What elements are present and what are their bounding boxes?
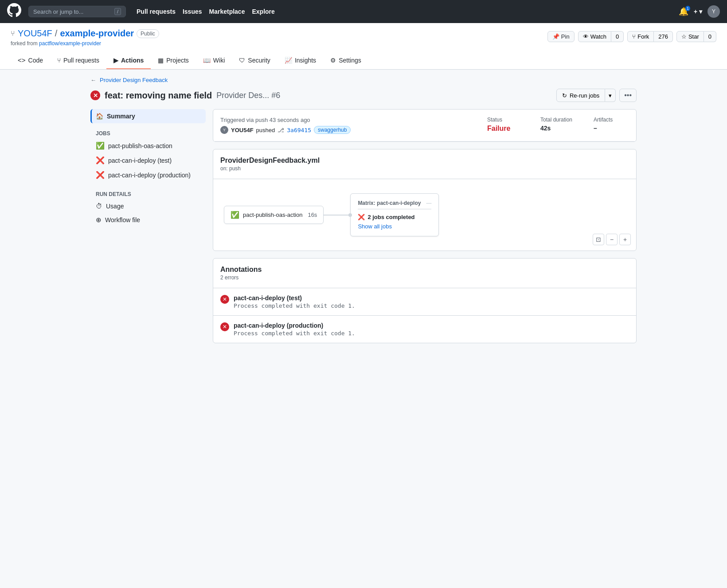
pin-button[interactable]: 📌 Pin: [547, 31, 575, 42]
tab-actions[interactable]: ▶ Actions: [106, 52, 151, 69]
commit-sha[interactable]: 3a69415: [287, 127, 311, 133]
annotation-item-1: ✕ pact-can-i-deploy (production) Process…: [213, 316, 636, 343]
show-all-jobs-link[interactable]: Show all jobs: [358, 223, 431, 230]
actor-action: pushed: [256, 127, 275, 133]
pull-requests-link[interactable]: Pull requests: [137, 8, 176, 15]
security-icon: 🛡: [239, 57, 245, 64]
git-icon: ⎇: [278, 127, 284, 133]
tab-wiki[interactable]: 📖 Wiki: [196, 52, 232, 69]
trigger-detail: Y YOU54F pushed ⎇ 3a69415 swaggerhub: [220, 126, 469, 134]
main-panel: Triggered via push 43 seconds ago Y YOU5…: [213, 109, 637, 343]
annotation-fail-icon-0: ✕: [220, 295, 229, 304]
matrix-title: Matrix: pact-can-i-deploy —: [358, 200, 431, 209]
repo-owner-link[interactable]: YOU54F: [18, 28, 52, 39]
job-item-2[interactable]: ❌ pact-can-i-deploy (production): [90, 168, 206, 182]
publish-job-success-icon: ✅: [231, 211, 239, 219]
duration-info: Total duration 42s: [540, 117, 576, 132]
repo-name-link[interactable]: example-provider: [60, 28, 134, 39]
watch-button[interactable]: 👁 Watch: [578, 31, 611, 42]
artifacts-info: Artifacts –: [594, 117, 629, 132]
annotation-desc-1: Process completed with exit code 1.: [234, 330, 355, 337]
create-new-button[interactable]: + ▾: [694, 8, 702, 15]
zoom-out-button[interactable]: −: [606, 234, 618, 245]
sidebar-usage-item[interactable]: ⏱ Usage: [90, 199, 206, 213]
fork-button[interactable]: ⑂ Fork: [627, 31, 654, 42]
matrix-popup: Matrix: pact-can-i-deploy — ❌ 2 jobs com…: [350, 193, 439, 236]
zoom-controls: ⊡ − +: [593, 234, 631, 245]
rerun-caret-button[interactable]: ▾: [605, 89, 616, 102]
summary-label: Summary: [107, 113, 135, 120]
tab-pull-requests[interactable]: ⑂ Pull requests: [50, 52, 106, 69]
fork-count[interactable]: 276: [654, 31, 673, 42]
avatar[interactable]: Y: [707, 5, 720, 18]
search-bar[interactable]: Search or jump to... /: [28, 6, 126, 17]
trigger-info: Triggered via push 43 seconds ago Y YOU5…: [220, 117, 469, 134]
content-layout: 🏠 Summary Jobs ✅ pact-publish-oas-action…: [90, 109, 637, 343]
annotation-title-0: pact-can-i-deploy (test): [234, 294, 355, 302]
repo-title-row: ⑂ YOU54F / example-provider Public forke…: [11, 28, 716, 50]
repo-action-buttons: 📌 Pin 👁 Watch 0 ⑂ Fork 276 ☆ Star 0: [547, 31, 716, 42]
rerun-icon: ↻: [562, 92, 567, 99]
slash-shortcut: /: [114, 8, 121, 15]
github-logo-icon[interactable]: [7, 3, 21, 20]
fork-button-group: ⑂ Fork 276: [627, 31, 673, 42]
fail-icon-1: ❌: [96, 156, 105, 165]
tab-security[interactable]: 🛡 Security: [232, 52, 278, 69]
tab-settings[interactable]: ⚙ Settings: [323, 52, 368, 69]
rerun-button[interactable]: ↻ Re-run jobs: [556, 89, 605, 102]
run-details-section-title: Run details: [90, 188, 206, 199]
breadcrumb-link[interactable]: Provider Design Feedback: [100, 77, 168, 83]
job-item-1[interactable]: ❌ pact-can-i-deploy (test): [90, 153, 206, 168]
workflow-header: ProviderDesignFeedback.yml on: push: [213, 149, 636, 179]
job-label-1: pact-can-i-deploy (test): [108, 157, 172, 164]
job-label-0: pact-publish-oas-action: [108, 142, 172, 149]
status-value: Failure: [487, 125, 523, 133]
star-button[interactable]: ☆ Star: [676, 31, 704, 42]
publish-job-label: pact-publish-oas-action: [243, 212, 302, 218]
tab-code[interactable]: <> Code: [11, 52, 50, 69]
publish-job-node[interactable]: ✅ pact-publish-oas-action 16s: [224, 206, 324, 224]
zoom-fit-button[interactable]: ⊡: [593, 234, 604, 245]
tab-insights[interactable]: 📈 Insights: [278, 52, 323, 69]
repo-icon: ⑂: [11, 30, 15, 38]
projects-icon: ▦: [158, 57, 164, 64]
job-label-2: pact-can-i-deploy (production): [108, 172, 191, 179]
main-wrapper: ← Provider Design Feedback ✕ feat: remov…: [80, 70, 647, 350]
topnav-links: Pull requests Issues Marketplace Explore: [137, 8, 275, 15]
notifications-button[interactable]: 🔔1: [679, 7, 688, 16]
jobs-completed-label: 2 jobs completed: [367, 214, 414, 220]
more-options-button[interactable]: •••: [619, 89, 637, 102]
zoom-in-button[interactable]: +: [619, 234, 631, 245]
job-item-0[interactable]: ✅ pact-publish-oas-action: [90, 138, 206, 153]
annotation-desc-0: Process completed with exit code 1.: [234, 302, 355, 309]
star-count[interactable]: 0: [704, 31, 716, 42]
explore-link[interactable]: Explore: [252, 8, 274, 15]
status-label: Status: [487, 117, 523, 123]
marketplace-link[interactable]: Marketplace: [209, 8, 245, 15]
matrix-jobs-completed: ❌ 2 jobs completed: [358, 214, 431, 220]
run-action-buttons: ↻ Re-run jobs ▾ •••: [556, 89, 637, 102]
workflow-file-label: Workflow file: [105, 216, 140, 223]
watch-count[interactable]: 0: [611, 31, 624, 42]
fork-source-link[interactable]: pactflow/example-provider: [39, 40, 101, 47]
workflow-diagram: ✅ pact-publish-oas-action 16s Matrix: pa: [213, 179, 636, 251]
connector: [324, 215, 350, 216]
annotation-item-0: ✕ pact-can-i-deploy (test) Process compl…: [213, 288, 636, 316]
actor-name: YOU54F: [231, 127, 254, 133]
settings-icon: ⚙: [330, 57, 336, 64]
duration-label: Total duration: [540, 117, 576, 123]
success-icon-0: ✅: [96, 141, 105, 150]
issues-link[interactable]: Issues: [183, 8, 202, 15]
annotation-content-1: pact-can-i-deploy (production) Process c…: [234, 322, 355, 337]
sidebar: 🏠 Summary Jobs ✅ pact-publish-oas-action…: [90, 109, 206, 343]
watch-button-group: 👁 Watch 0: [578, 31, 624, 42]
repo-nav: <> Code ⑂ Pull requests ▶ Actions ▦ Proj…: [11, 52, 716, 69]
tab-projects[interactable]: ▦ Projects: [151, 52, 196, 69]
code-icon: <>: [18, 56, 26, 64]
annotation-title-1: pact-can-i-deploy (production): [234, 322, 355, 329]
sidebar-summary-item[interactable]: 🏠 Summary: [90, 109, 206, 123]
annotations-card: Annotations 2 errors ✕ pact-can-i-deploy…: [213, 258, 637, 343]
sidebar-workflow-file-item[interactable]: ⊕ Workflow file: [90, 213, 206, 227]
repo-title: ⑂ YOU54F / example-provider Public: [11, 28, 159, 39]
swaggerhub-badge: swaggerhub: [314, 126, 351, 134]
